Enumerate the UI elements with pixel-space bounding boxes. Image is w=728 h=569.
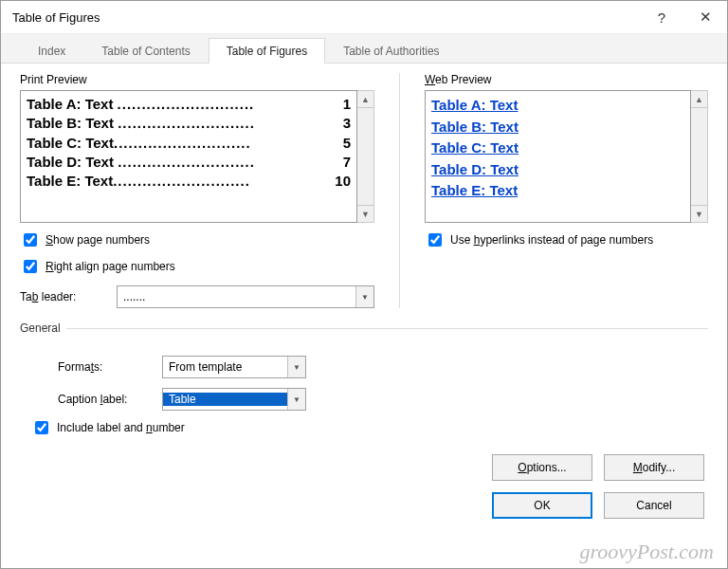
scroll-down-icon[interactable]: ▼ [357, 205, 373, 222]
dialog-buttons: OK Cancel [492, 492, 704, 519]
general-group: General Formats: From template ▼ Caption… [20, 321, 708, 447]
scroll-down-icon[interactable]: ▼ [691, 205, 707, 222]
scroll-track[interactable] [357, 108, 373, 205]
print-preview-line: Table B: Text ..........................… [27, 114, 351, 133]
tab-leader-combo[interactable]: ....... ▼ [117, 285, 374, 308]
modify-button[interactable]: Modify... [604, 454, 704, 481]
web-preview-line: Table E: Text [431, 180, 684, 202]
right-align-checkbox[interactable]: Right align page numbers [20, 257, 374, 276]
web-preview-line: Table A: Text [431, 95, 684, 117]
show-page-numbers-checkbox[interactable]: Show page numbers [20, 230, 374, 249]
use-hyperlinks-checkbox[interactable]: Use hyperlinks instead of page numbers [425, 230, 708, 249]
options-button[interactable]: Options... [492, 454, 592, 481]
content: Print Preview Table A: Text ............… [1, 64, 727, 447]
titlebar: Table of Figures ? ✕ [1, 1, 727, 34]
print-preview-line: Table D: Text ..........................… [27, 153, 351, 172]
tab-leader-label: Tab leader: [20, 290, 107, 303]
window-title: Table of Figures [12, 10, 640, 25]
help-icon: ? [658, 9, 665, 26]
show-page-numbers-input[interactable] [24, 233, 37, 247]
print-preview-label: Print Preview [20, 73, 374, 86]
print-preview-scrollbar[interactable]: ▲ ▼ [357, 90, 374, 223]
chevron-down-icon[interactable]: ▼ [355, 286, 373, 307]
print-preview-line: Table E: Text...........................… [27, 172, 351, 191]
use-hyperlinks-input[interactable] [428, 233, 442, 247]
chevron-down-icon[interactable]: ▼ [287, 389, 305, 410]
web-preview-box: Table A: Text Table B: Text Table C: Tex… [425, 90, 691, 223]
web-preview-line: Table D: Text [431, 159, 684, 181]
cancel-button[interactable]: Cancel [604, 492, 704, 519]
print-preview-column: Print Preview Table A: Text ............… [20, 73, 374, 308]
right-align-input[interactable] [24, 260, 37, 273]
tab-index[interactable]: Index [20, 38, 83, 64]
scroll-track[interactable] [691, 108, 707, 205]
secondary-buttons: Options... Modify... [492, 454, 704, 481]
web-preview-line: Table B: Text [431, 117, 684, 138]
tabstrip: Index Table of Contents Table of Figures… [1, 34, 727, 64]
web-preview-label: Web Preview [425, 73, 708, 86]
dialog-table-of-figures: Table of Figures ? ✕ Index Table of Cont… [0, 0, 728, 569]
web-preview-scrollbar[interactable]: ▲ ▼ [691, 90, 708, 223]
formats-combo[interactable]: From template ▼ [162, 356, 306, 378]
print-preview-box: Table A: Text ..........................… [20, 90, 357, 223]
caption-label-label: Caption label: [58, 393, 153, 406]
formats-label: Formats: [58, 360, 153, 374]
caption-label-combo[interactable]: Table ▼ [162, 388, 306, 411]
include-label-number-checkbox[interactable]: Include label and number [31, 418, 701, 437]
watermark: groovyPost.com [579, 541, 714, 562]
tab-table-of-authorities[interactable]: Table of Authorities [325, 38, 457, 64]
print-preview-line: Table A: Text ..........................… [27, 95, 351, 114]
web-preview-line: Table C: Text [431, 138, 684, 159]
tab-table-of-figures[interactable]: Table of Figures [209, 38, 325, 64]
include-label-number-input[interactable] [35, 421, 48, 434]
column-divider [399, 73, 400, 308]
print-preview-line: Table C: Text...........................… [27, 134, 351, 153]
chevron-down-icon[interactable]: ▼ [287, 357, 305, 377]
tab-table-of-contents[interactable]: Table of Contents [83, 38, 208, 64]
close-icon: ✕ [700, 9, 712, 26]
ok-button[interactable]: OK [492, 492, 592, 519]
help-button[interactable]: ? [640, 1, 683, 33]
scroll-up-icon[interactable]: ▲ [691, 91, 707, 108]
scroll-up-icon[interactable]: ▲ [357, 91, 373, 108]
general-heading: General [20, 321, 66, 335]
web-preview-column: Web Preview Table A: Text Table B: Text … [425, 73, 708, 308]
close-button[interactable]: ✕ [683, 1, 727, 33]
